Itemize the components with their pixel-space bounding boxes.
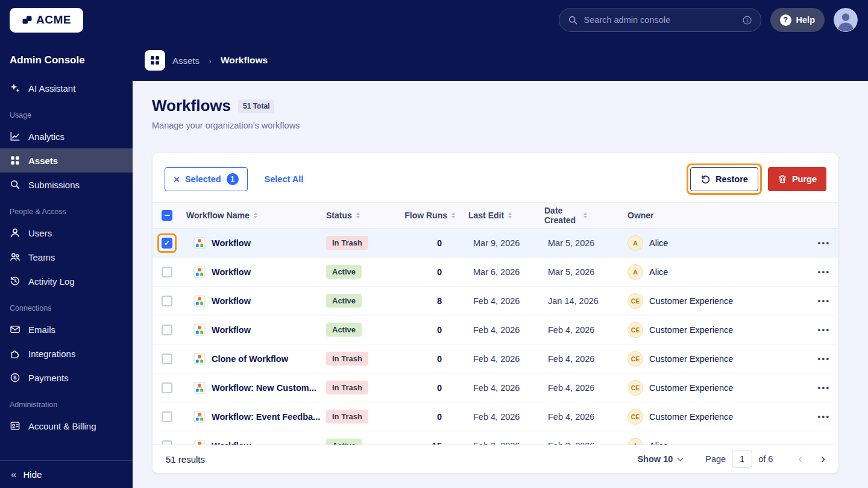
assets-app-icon[interactable] [145,50,165,71]
sidebar-item-assets[interactable]: Assets [0,148,133,173]
date-created-cell: Feb 4, 2026 [539,325,623,335]
user-avatar[interactable] [834,8,858,32]
sidebar-item-label: Submissions [28,180,80,190]
select-all-checkbox[interactable] [162,210,172,221]
ellipsis-icon: ••• [817,296,830,305]
status-cell: In Trash [321,236,398,250]
status-badge: Active [326,294,362,308]
row-checkbox[interactable] [162,411,172,422]
status-cell: In Trash [321,381,398,395]
info-icon[interactable] [742,15,752,25]
owner-cell: CECustomer Experience [623,351,805,367]
row-checkbox[interactable] [162,238,172,249]
sort-icon[interactable] [508,212,512,218]
status-badge: In Trash [326,236,368,250]
owner-name: Alice [649,238,668,248]
row-actions-button[interactable]: ••• [805,296,838,305]
restore-label: Restore [715,174,748,184]
owner-avatar: CE [627,322,643,338]
sidebar-item-activity-log[interactable]: Activity Log [0,269,133,293]
sidebar-item-label: Activity Log [28,276,75,287]
sidebar-item-emails[interactable]: Emails [0,317,133,341]
sort-icon[interactable] [583,212,587,218]
row-checkbox[interactable] [162,353,172,364]
last-edit-cell: Feb 4, 2026 [464,325,539,335]
row-actions-button[interactable]: ••• [805,325,838,334]
column-header-flow-runs[interactable]: Flow Runs [398,211,464,220]
sort-icon[interactable] [254,212,257,218]
rows-per-page-label: Show 10 [637,454,673,464]
grid-icon [10,155,20,166]
status-badge: In Trash [326,352,368,366]
workflow-name-cell[interactable]: Workflow [181,237,321,249]
owner-avatar: CE [627,409,643,425]
sidebar-item-label: Analytics [28,132,64,142]
select-all-button[interactable]: Select All [265,174,304,184]
sidebar-item-payments[interactable]: $Payments [0,366,133,390]
page-input[interactable] [732,451,752,467]
sidebar-item-label: Assets [28,156,58,166]
search-input[interactable] [584,15,736,25]
results-count: 51 results [166,454,205,464]
brand-logo[interactable]: ACME [10,8,83,33]
row-checkbox[interactable] [162,325,172,335]
row-actions-button[interactable]: ••• [805,238,838,247]
sort-icon[interactable] [356,212,360,218]
column-header-label: Status [326,211,352,220]
status-cell: Active [321,265,398,279]
workflow-icon [193,353,206,365]
sidebar-item-label: Teams [28,252,55,262]
row-checkbox-cell [153,325,181,335]
column-header-date-created[interactable]: Date Created [539,206,623,225]
sidebar-item-integrations[interactable]: Integrations [0,341,133,366]
sidebar-item-submissions[interactable]: Submissions [0,173,133,197]
date-created-cell: Mar 5, 2026 [539,267,623,277]
workflow-name-cell[interactable]: Workflow [181,266,321,278]
date-created-cell: Mar 5, 2026 [539,238,623,248]
table-row: WorkflowActive0Mar 6, 2026Mar 5, 2026AAl… [153,258,838,287]
restore-button[interactable]: Restore [690,167,758,191]
workflow-icon [193,324,206,336]
status-badge: In Trash [326,410,368,423]
row-actions-button[interactable]: ••• [805,412,838,421]
next-page-button[interactable]: › [821,452,825,466]
row-actions-button[interactable]: ••• [805,383,838,392]
column-header-status[interactable]: Status [321,211,398,220]
purge-button[interactable]: Purge [768,167,826,191]
sidebar-section-label: Administration [0,390,133,414]
sidebar-item-analytics[interactable]: Analytics [0,124,133,148]
workflow-name-cell[interactable]: Clone of Workflow [181,353,321,365]
row-checkbox[interactable] [162,382,172,393]
page-subtitle: Manage your organization's workflows [152,121,839,130]
workflow-name-cell[interactable]: Workflow [181,295,321,307]
column-header-workflow-name[interactable]: Workflow Name [181,211,321,220]
workflow-name-cell[interactable]: Workflow: New Custom... [181,382,321,394]
sidebar-item-teams[interactable]: Teams [0,245,133,269]
clear-selection-button[interactable]: × Selected 1 [165,167,248,191]
sidebar-hide-button[interactable]: « Hide [0,460,133,488]
row-checkbox[interactable] [162,267,172,277]
column-header-label: Workflow Name [186,211,250,220]
row-checkbox[interactable] [162,296,172,306]
row-actions-button[interactable]: ••• [805,267,838,276]
sidebar-item-ai-assistant[interactable]: AI Assistant [0,76,133,100]
rows-per-page-select[interactable]: Show 10 [637,454,682,464]
breadcrumb-parent[interactable]: Assets [172,55,200,66]
workflow-name-cell[interactable]: Workflow: Event Feedba... [181,411,321,423]
column-header-label: Date Created [544,206,579,225]
row-checkbox-cell [153,267,181,277]
row-checkbox-cell [153,296,181,306]
row-actions-button[interactable]: ••• [805,354,838,363]
sidebar-item-users[interactable]: Users [0,221,133,245]
sidebar-item-account-billing[interactable]: Account & Billing [0,414,133,438]
ellipsis-icon: ••• [817,412,830,421]
column-header-last-edit[interactable]: Last Edit [464,211,539,220]
page-content: Workflows 51 Total Manage your organizat… [133,81,868,488]
previous-page-button[interactable]: ‹ [798,452,802,466]
workflow-name-cell[interactable]: Workflow [181,324,321,336]
owner-cell: AAlice [623,235,805,251]
sort-icon[interactable] [451,212,455,218]
ellipsis-icon: ••• [817,325,830,334]
sidebar-title: Admin Console [0,40,133,70]
help-button[interactable]: ? Help [770,8,825,32]
